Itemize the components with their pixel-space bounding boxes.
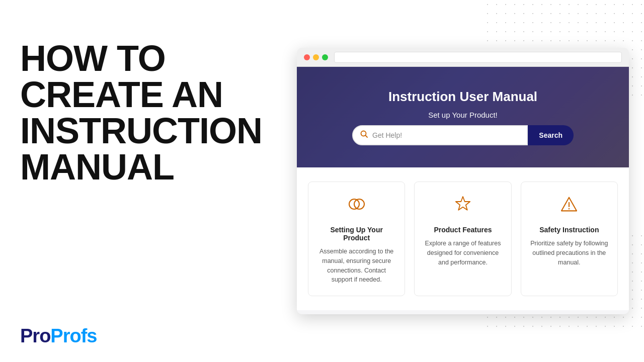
search-box: Get Help! [352,125,528,145]
logo-pro: Pro [20,325,50,346]
dot-green[interactable] [322,54,328,60]
logo-area: ProProfs [20,325,97,347]
card-features-desc: Explore a range of features designed for… [424,239,502,267]
card-safety-desc: Prioritize safety by following outlined … [530,239,608,267]
star-icon [453,194,473,219]
card-features-title: Product Features [434,226,492,234]
card-features: Product Features Explore a range of feat… [414,182,511,296]
dot-yellow[interactable] [313,54,319,60]
svg-line-1 [365,135,367,137]
hero-title: Instruction User Manual [388,89,537,105]
warning-icon [559,194,579,219]
hero-search: Get Help! Search [352,125,574,145]
logo-profs: Profs [50,325,97,346]
search-icon [360,130,368,140]
svg-marker-4 [456,197,470,210]
card-safety: Safety Instruction Prioritize safety by … [521,182,618,296]
title-line-1: HOW TO [20,38,166,78]
search-button[interactable]: Search [528,125,574,145]
browser-window: Instruction User Manual Set up Your Prod… [297,48,629,314]
dot-red[interactable] [304,54,310,60]
card-safety-title: Safety Instruction [539,226,599,234]
title-line-4: MANUAL [20,147,174,187]
left-panel: HOW TO CREATE AN INSTRUCTION MANUAL [20,40,272,185]
browser-hero: Instruction User Manual Set up Your Prod… [297,67,629,167]
hero-subtitle: Set up Your Product! [428,111,498,119]
card-setup-desc: Assemble according to the manual, ensuri… [317,247,395,285]
svg-point-6 [569,208,570,210]
main-title: HOW TO CREATE AN INSTRUCTION MANUAL [20,40,272,185]
circles-icon [347,194,367,219]
card-setup: Setting Up Your Product Assemble accordi… [308,182,405,296]
card-setup-title: Setting Up Your Product [317,226,395,242]
title-line-3: INSTRUCTION [20,111,262,151]
url-bar[interactable] [334,52,622,63]
cards-container: Setting Up Your Product Assemble accordi… [297,167,629,310]
title-line-2: CREATE AN [20,74,223,115]
search-placeholder: Get Help! [372,131,402,139]
browser-dots [304,54,328,60]
browser-bar [297,48,629,67]
